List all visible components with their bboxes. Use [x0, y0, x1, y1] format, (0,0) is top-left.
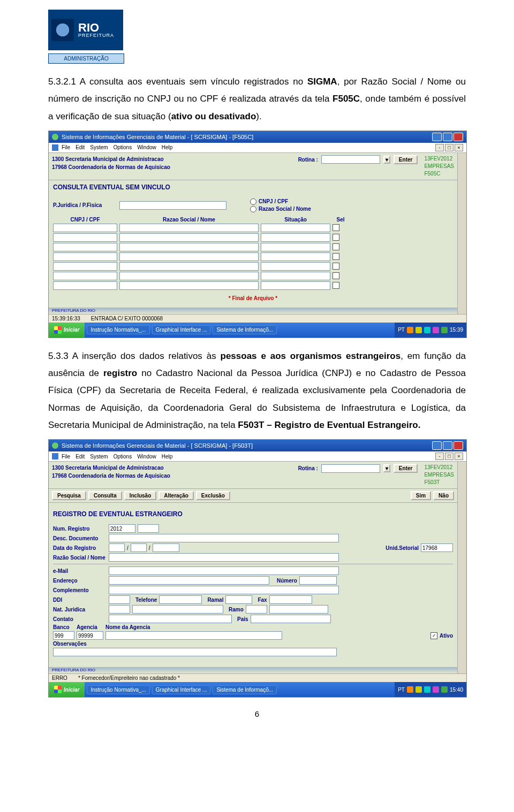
- tray-icon[interactable]: [407, 327, 413, 333]
- tray-icon[interactable]: [433, 327, 439, 333]
- radio-cnpj-cpf[interactable]: [250, 198, 256, 205]
- pj-input[interactable]: [119, 201, 226, 210]
- taskbar-item[interactable]: Instrução Normativa_...: [87, 325, 149, 334]
- mdi-minimize-icon[interactable]: -: [435, 144, 444, 151]
- window-titlebar[interactable]: Sistema de Informações Gerenciais de Mat…: [49, 440, 466, 451]
- cell-razao[interactable]: [119, 272, 259, 280]
- tel-input[interactable]: [159, 595, 202, 604]
- minimize-icon[interactable]: [432, 441, 442, 450]
- close-icon[interactable]: [453, 133, 463, 141]
- sel-checkbox[interactable]: [332, 243, 339, 250]
- tray-icon[interactable]: [424, 686, 430, 693]
- ramal-input[interactable]: [225, 595, 252, 604]
- taskbar-item[interactable]: Instrução Normativa_...: [87, 685, 149, 694]
- tray-icon[interactable]: [433, 686, 439, 693]
- tab-alteracao[interactable]: Alteração: [158, 491, 194, 500]
- agencia-input[interactable]: [77, 631, 103, 640]
- lang-indicator[interactable]: PT: [398, 327, 405, 333]
- unid-input[interactable]: [421, 543, 453, 552]
- cell-cnpj[interactable]: [53, 262, 117, 271]
- menu-help[interactable]: Help: [162, 144, 173, 150]
- ativo-checkbox[interactable]: ✓: [430, 632, 437, 639]
- sel-checkbox[interactable]: [332, 234, 339, 241]
- taskbar-item[interactable]: Sistema de Informaçõ...: [213, 685, 277, 694]
- close-icon[interactable]: [453, 441, 463, 450]
- tray-icon[interactable]: [441, 686, 448, 693]
- nao-button[interactable]: Não: [433, 491, 454, 500]
- dropdown-icon[interactable]: ▾: [383, 464, 390, 472]
- rotina-input[interactable]: [321, 155, 380, 164]
- obs-input[interactable]: [53, 648, 337, 656]
- menu-window[interactable]: Window: [137, 144, 156, 150]
- menu-help[interactable]: Help: [162, 454, 173, 459]
- data-d[interactable]: [109, 543, 125, 552]
- pais-input[interactable]: [251, 615, 331, 623]
- ramo-input[interactable]: [246, 605, 267, 614]
- data-y[interactable]: [153, 543, 179, 552]
- num-input[interactable]: [109, 524, 135, 533]
- sim-button[interactable]: Sim: [411, 491, 431, 500]
- sel-checkbox[interactable]: [332, 272, 339, 279]
- cell-razao[interactable]: [119, 224, 259, 232]
- cell-cnpj[interactable]: [53, 224, 117, 232]
- maximize-icon[interactable]: [443, 441, 452, 450]
- minimize-icon[interactable]: [432, 133, 442, 141]
- sel-checkbox[interactable]: [332, 253, 339, 260]
- dropdown-icon[interactable]: ▾: [383, 156, 390, 164]
- tray-icon[interactable]: [415, 686, 422, 693]
- nat-input[interactable]: [109, 605, 130, 614]
- ramo-desc-input[interactable]: [269, 605, 328, 614]
- cell-cnpj[interactable]: [53, 252, 117, 261]
- desc-input[interactable]: [109, 534, 339, 542]
- razao-input[interactable]: [109, 553, 339, 562]
- taskbar-item[interactable]: Graphical Interface ...: [152, 325, 211, 334]
- contato-input[interactable]: [109, 615, 232, 623]
- cell-razao[interactable]: [119, 262, 259, 271]
- menu-edit[interactable]: Edit: [75, 454, 85, 459]
- enter-button[interactable]: Enter: [394, 155, 418, 164]
- ddi-input[interactable]: [109, 595, 130, 604]
- cell-cnpj[interactable]: [53, 272, 117, 280]
- cell-sit[interactable]: [261, 272, 330, 280]
- start-button[interactable]: Iniciar: [49, 682, 85, 697]
- tab-exclusao[interactable]: Exclusão: [196, 491, 230, 500]
- tray-icon[interactable]: [415, 327, 422, 333]
- cell-sit[interactable]: [261, 243, 330, 251]
- menu-edit[interactable]: Edit: [75, 144, 85, 150]
- enter-button[interactable]: Enter: [394, 464, 418, 473]
- menu-system[interactable]: System: [90, 144, 108, 150]
- menu-system[interactable]: System: [90, 454, 108, 459]
- taskbar-item[interactable]: Graphical Interface ...: [152, 685, 211, 694]
- window-titlebar[interactable]: Sistema de Informações Gerenciais de Mat…: [49, 131, 466, 143]
- tray-icon[interactable]: [407, 686, 413, 693]
- cell-razao[interactable]: [119, 252, 259, 261]
- lang-indicator[interactable]: PT: [398, 687, 405, 693]
- cell-sit[interactable]: [261, 233, 330, 242]
- data-m[interactable]: [131, 543, 147, 552]
- tray-icon[interactable]: [441, 327, 448, 333]
- menu-options[interactable]: Options: [114, 144, 132, 150]
- sel-checkbox[interactable]: [332, 282, 339, 289]
- cell-sit[interactable]: [261, 252, 330, 261]
- menu-window[interactable]: Window: [137, 454, 156, 459]
- mdi-close-icon[interactable]: ×: [455, 144, 463, 151]
- cell-sit[interactable]: [261, 262, 330, 271]
- banco-input[interactable]: [53, 631, 74, 640]
- scrollbar-vertical[interactable]: [457, 462, 466, 673]
- cell-cnpj[interactable]: [53, 243, 117, 251]
- fax-input[interactable]: [269, 595, 312, 604]
- tab-consulta[interactable]: Consulta: [88, 491, 122, 500]
- tab-pesquisa[interactable]: Pesquisa: [52, 491, 86, 500]
- tray-icon[interactable]: [424, 327, 430, 333]
- cell-razao[interactable]: [119, 281, 259, 290]
- mdi-restore-icon[interactable]: □: [445, 453, 453, 460]
- nat-desc-input[interactable]: [132, 605, 223, 614]
- taskbar-item[interactable]: Sistema de Informaçõ...: [213, 325, 277, 334]
- menu-file[interactable]: File: [62, 454, 70, 459]
- cell-sit[interactable]: [261, 281, 330, 290]
- cell-sit[interactable]: [261, 224, 330, 232]
- num-seq-input[interactable]: [138, 524, 159, 533]
- tab-inclusao[interactable]: Inclusão: [124, 491, 157, 500]
- start-button[interactable]: Iniciar: [49, 323, 85, 338]
- comp-input[interactable]: [109, 586, 339, 594]
